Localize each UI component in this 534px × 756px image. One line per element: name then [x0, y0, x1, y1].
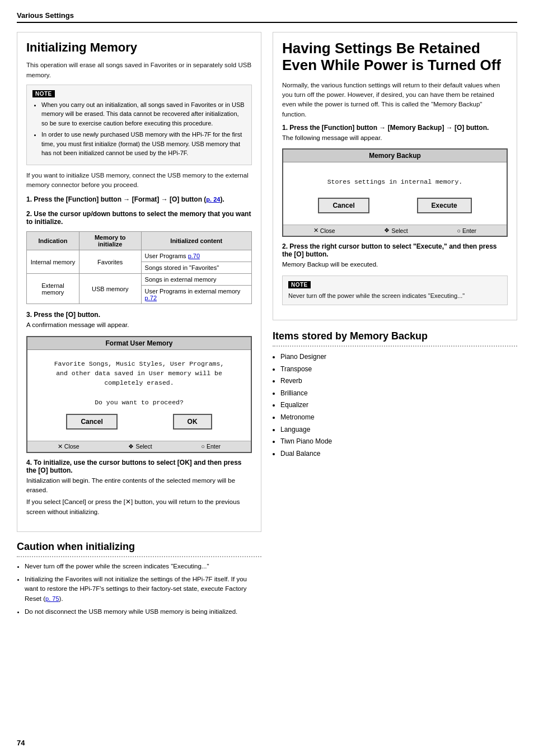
step-3-text: Press the [O] button. [34, 311, 100, 319]
caution-item-2: Initializing the Favorites will not init… [25, 575, 261, 604]
table-header-memory: Memory to initialize [79, 232, 141, 250]
right-step-1-number: 1. [282, 124, 288, 132]
footer-close-label-backup: Close [320, 227, 335, 234]
dialog-ok-btn[interactable]: OK [173, 414, 212, 430]
footer-select-backup: ❖ Select [384, 227, 407, 234]
note-item-2: In order to use newly purchased USB memo… [41, 130, 246, 158]
step-2-text: Use the cursor up/down buttons to select… [26, 210, 251, 226]
step-4: 4. To initialize, use the cursor buttons… [26, 459, 252, 517]
dialog-cancel-backup-btn[interactable]: Cancel [318, 198, 369, 213]
link-p75[interactable]: p. 75 [45, 595, 59, 602]
having-settings-section: Having Settings Be Retained Even While P… [273, 32, 517, 320]
table-header-content: Initialized content [141, 232, 251, 250]
step-3-number: 3. [26, 311, 32, 319]
step-4-text: To initialize, use the cursor buttons to… [26, 459, 242, 474]
step-4-sub1: Initialization will begin. The entire co… [26, 476, 252, 496]
note-list: When you carry out an initialization, al… [41, 100, 246, 158]
dialog-footer-format: ✕ Close ❖ Select ○ Enter [27, 441, 251, 452]
table-cell-internal-content-2: Songs stored in "Favorites" [141, 262, 251, 274]
dialog-buttons-format: Cancel OK [39, 414, 240, 430]
dialog-body-format: Favorite Songs, Music Styles, User Progr… [27, 350, 251, 441]
initializing-memory-section: Initializing Memory This operation will … [17, 32, 261, 532]
footer-close-label-format: Close [64, 443, 79, 450]
items-title: Items stored by Memory Backup [273, 330, 517, 342]
step-1-label: Press the [Function] button → [Format] →… [34, 195, 224, 203]
table-cell-external-content-1: Songs in external memory [141, 274, 251, 286]
section-title-init: Initializing Memory [26, 40, 252, 55]
section-title-having: Having Settings Be Retained Even While P… [282, 40, 508, 74]
footer-close-backup: ✕ Close [313, 227, 335, 234]
table-cell-external-content-2: User Programs in external memory p.72 [141, 286, 251, 304]
caution-title: Caution when initializing [17, 541, 261, 553]
footer-close-format: ✕ Close [58, 443, 79, 450]
dialog-execute-btn[interactable]: Execute [417, 198, 472, 213]
step-4-number: 4. [26, 459, 32, 466]
two-column-layout: Initializing Memory This operation will … [17, 32, 517, 620]
right-step-2-text: Press the right cursor button to select … [282, 242, 497, 258]
note-label: NOTE [32, 90, 55, 97]
step-1-number: 1. [26, 195, 32, 203]
dialog-body-backup: Stores settings in internal memory. Canc… [283, 162, 507, 225]
footer-select-format: ❖ Select [128, 443, 152, 450]
items-divider [273, 346, 517, 347]
step-1-link[interactable]: p. 24 [206, 196, 220, 203]
table-row-internal-1: Internal memory Favorites User Programs … [27, 250, 252, 262]
item-piano-designer: Piano Designer [280, 351, 517, 363]
step-3-sub: A confirmation message will appear. [26, 320, 252, 330]
left-column: Initializing Memory This operation will … [17, 32, 261, 620]
table-row-external-1: External memory USB memory Songs in exte… [27, 274, 252, 286]
step-1: 1. Press the [Function] button → [Format… [26, 194, 252, 204]
dialog-format-user-memory: Format User Memory Favorite Songs, Music… [26, 336, 252, 453]
step-2-number: 2. [26, 210, 32, 218]
dialog-title-backup: Memory Backup [283, 150, 507, 162]
note-text-backup: Never turn off the power while the scree… [288, 291, 502, 301]
right-step-2-sub: Memory Backup will be executed. [282, 260, 508, 269]
note-item-1: When you carry out an initialization, al… [41, 100, 246, 128]
table-cell-internal-memory: Favorites [79, 250, 141, 274]
footer-enter-format: ○ Enter [201, 443, 221, 450]
page: Various Settings Initializing Memory Thi… [0, 0, 534, 756]
link-p72[interactable]: p.72 [145, 295, 157, 301]
caution-section: Caution when initializing Never turn off… [17, 541, 261, 617]
right-step-2-number: 2. [282, 242, 288, 250]
init-table: Indication Memory to initialize Initiali… [26, 231, 252, 304]
dialog-title-format: Format User Memory [27, 337, 251, 350]
header-title: Various Settings [17, 11, 74, 20]
select-icon-format: ❖ [128, 443, 134, 450]
enter-icon-format: ○ [201, 443, 205, 450]
item-metronome: Metronome [280, 412, 517, 424]
dialog-cancel-btn[interactable]: Cancel [66, 414, 117, 430]
footer-enter-label-backup: Enter [462, 227, 476, 234]
item-brilliance: Brilliance [280, 388, 517, 400]
note-label-2: NOTE [288, 281, 311, 288]
having-intro: Normally, the various function settings … [282, 81, 508, 119]
dialog-memory-backup: Memory Backup Stores settings in interna… [282, 148, 508, 237]
footer-select-label-format: Select [135, 443, 152, 450]
close-icon: ✕ [58, 443, 63, 450]
item-twin-piano-mode: Tiwn Piano Mode [280, 436, 517, 448]
close-icon-backup: ✕ [313, 227, 318, 234]
page-number: 74 [17, 739, 25, 747]
step-4-sub2: If you select [Cancel] or press the [✕] … [26, 497, 252, 517]
table-cell-external-indication: External memory [27, 274, 79, 304]
dialog-buttons-backup: Cancel Execute [294, 198, 495, 213]
right-step-1: 1. Press the [Function] button → [Memory… [282, 124, 508, 143]
caution-item-1: Never turn off the power while the scree… [25, 562, 261, 571]
caution-list: Never turn off the power while the scree… [25, 562, 261, 617]
note-box-init: NOTE When you carry out an initializatio… [26, 85, 252, 165]
link-p70[interactable]: p.70 [188, 253, 200, 259]
page-header: Various Settings [17, 11, 517, 23]
caution-divider [17, 556, 261, 557]
right-step-1-text: Press the [Function] button → [Memory Ba… [289, 124, 489, 132]
item-reverb: Reverb [280, 375, 517, 388]
note-box-backup: NOTE Never turn off the power while the … [282, 276, 508, 306]
init-intro: This operation will erase all songs save… [26, 60, 252, 80]
items-stored-section: Items stored by Memory Backup Piano Desi… [273, 330, 517, 460]
item-transpose: Transpose [280, 363, 517, 376]
select-icon-backup: ❖ [384, 227, 390, 234]
item-dual-balance: Dual Balance [280, 448, 517, 460]
table-cell-external-memory: USB memory [79, 274, 141, 304]
step-3: 3. Press the [O] button. A confirmation … [26, 311, 252, 330]
item-language: Language [280, 424, 517, 436]
items-list: Piano Designer Transpose Reverb Brillian… [280, 351, 517, 460]
